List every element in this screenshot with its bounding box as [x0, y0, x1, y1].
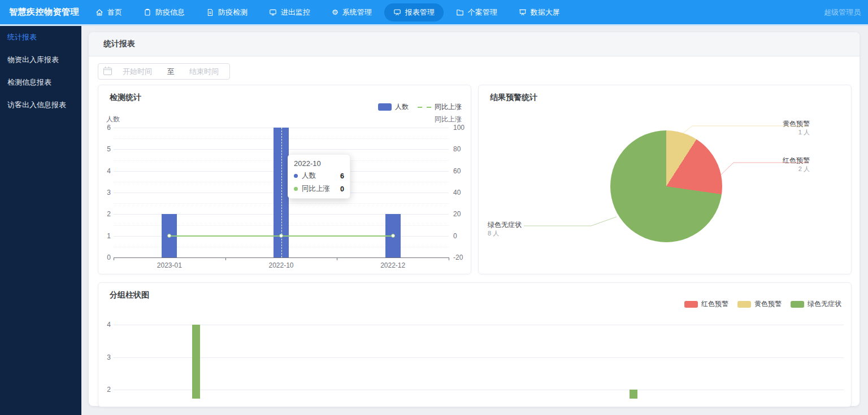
- x-axis-tickmark: [337, 257, 337, 260]
- date-range-picker[interactable]: 开始时间 至 结束时间: [98, 63, 230, 80]
- sidebar-item-检测信息报表[interactable]: 检测信息报表: [0, 71, 81, 94]
- calendar-icon: [103, 68, 112, 75]
- pie-label-name: 红色预警: [783, 156, 810, 165]
- legend-label: 红色预警: [701, 299, 728, 309]
- monitor-icon: [269, 8, 277, 16]
- pie-label-红色预警: 红色预警2 人: [783, 156, 810, 173]
- nav-item-label: 防疫信息: [155, 7, 185, 18]
- pie-chart[interactable]: [610, 130, 722, 242]
- nav-item-label: 数据大屏: [531, 7, 560, 18]
- x-axis-line: [114, 257, 449, 258]
- sidebar-item-统计报表[interactable]: 统计报表: [0, 26, 81, 49]
- nav-item-防疫信息[interactable]: 防疫信息: [134, 3, 194, 21]
- tooltip-series-value: 0: [330, 185, 344, 193]
- nav-item-label: 报表管理: [405, 7, 435, 18]
- main-content-panel: 统计报表 开始时间 至 结束时间 检测统计 人数同比上涨610058046034…: [89, 32, 860, 406]
- grouped-bar-chart-card: 分组柱状图 432红色预警黄色预警绿色无症状: [98, 282, 852, 407]
- top-nav-menu: 首页防疫信息防疫检测进出监控⚙系统管理报表管理个案管理数据大屏: [85, 3, 571, 21]
- legend-label: 绿色无症状: [808, 299, 841, 309]
- legend-label: 黄色预警: [754, 299, 782, 309]
- legend-item-绿色无症状[interactable]: 绿色无症状: [791, 299, 841, 309]
- y-axis-tick-right: 0: [453, 233, 457, 239]
- nav-item-防疫检测[interactable]: 防疫检测: [197, 3, 257, 21]
- pie-label-count: 8 人: [488, 229, 522, 238]
- x-axis-tickmark: [114, 257, 114, 260]
- y-axis-tick-left: 6: [98, 124, 111, 131]
- nav-item-首页[interactable]: 首页: [86, 3, 131, 21]
- nav-item-进出监控[interactable]: 进出监控: [260, 3, 319, 21]
- x-axis-tickmark: [449, 257, 449, 260]
- tooltip-series-value: 6: [330, 172, 344, 180]
- gridline: [114, 390, 844, 390]
- folder-icon: [456, 8, 464, 16]
- nav-item-label: 首页: [107, 7, 122, 18]
- tooltip-series-name: 人数: [302, 171, 316, 181]
- x-axis-label: 2022-10: [268, 261, 293, 269]
- file-icon: [206, 8, 214, 16]
- series-dot: [294, 187, 298, 191]
- pie-label-黄色预警: 黄色预警1 人: [783, 120, 810, 137]
- legend-item-人数[interactable]: 人数: [378, 102, 409, 112]
- y-axis-tick-left: 1: [98, 233, 111, 239]
- pie-label-count: 1 人: [783, 128, 810, 137]
- series-swatch: [737, 301, 751, 308]
- line-marker: [391, 234, 395, 238]
- legend-item-红色预警[interactable]: 红色预警: [684, 299, 728, 309]
- bar-绿色无症状[interactable]: [192, 325, 200, 399]
- pie-label-name: 黄色预警: [783, 120, 810, 128]
- right-axis-name: 同比上涨: [435, 115, 462, 124]
- y-axis-tick-left: 2: [98, 211, 111, 217]
- tooltip-axis-pointer: [281, 128, 282, 257]
- y-axis-tick-right: 80: [453, 146, 461, 152]
- start-date-input[interactable]: 开始时间: [112, 67, 163, 77]
- end-date-input[interactable]: 结束时间: [179, 67, 229, 77]
- screen-icon: [519, 8, 527, 16]
- pie-label-绿色无症状: 绿色无症状8 人: [488, 221, 522, 238]
- top-navigation-bar: 智慧疾控物资管理 首页防疫信息防疫检测进出监控⚙系统管理报表管理个案管理数据大屏…: [0, 0, 868, 24]
- legend-item-同比上涨[interactable]: 同比上涨: [418, 102, 462, 112]
- page-title: 统计报表: [89, 32, 860, 56]
- x-axis-label: 2023-01: [157, 261, 182, 269]
- nav-item-个案管理[interactable]: 个案管理: [447, 3, 506, 21]
- date-range-separator: 至: [163, 67, 179, 77]
- tooltip-row: 人数6: [294, 171, 344, 181]
- bar-绿色无症状[interactable]: [630, 390, 637, 399]
- y-axis-tick: 4: [98, 321, 111, 328]
- legend-label: 同比上涨: [435, 102, 462, 112]
- y-axis-tick-left: 0: [98, 254, 111, 261]
- chart-legend: 红色预警黄色预警绿色无症状: [684, 299, 841, 309]
- nav-item-label: 个案管理: [468, 7, 497, 18]
- current-user-label[interactable]: 超级管理员: [824, 0, 861, 24]
- nav-item-数据大屏[interactable]: 数据大屏: [510, 3, 569, 21]
- home-icon: [96, 8, 103, 16]
- sidebar-item-物资出入库报表[interactable]: 物资出入库报表: [0, 49, 81, 71]
- clipboard-icon: [144, 8, 151, 16]
- series-swatch: [684, 301, 698, 308]
- topbar-divider: [0, 24, 868, 26]
- y-axis-tick: 2: [98, 386, 111, 393]
- line-marker-glyph: [422, 105, 427, 110]
- legend-label: 人数: [395, 102, 409, 112]
- chart-tooltip: 2022-10人数6同比上涨0: [288, 154, 350, 199]
- y-axis-tick: 3: [98, 354, 111, 361]
- nav-item-报表管理[interactable]: 报表管理: [384, 3, 444, 21]
- chart-title: 结果预警统计: [490, 93, 537, 103]
- sidebar-menu: 统计报表物资出入库报表检测信息报表访客出入信息报表: [0, 24, 81, 415]
- gridline: [114, 325, 844, 325]
- x-axis-tickmark: [225, 257, 226, 260]
- sidebar-item-访客出入信息报表[interactable]: 访客出入信息报表: [0, 94, 81, 116]
- nav-item-系统管理[interactable]: ⚙系统管理: [323, 3, 381, 21]
- tooltip-series-name: 同比上涨: [302, 184, 330, 194]
- y-axis-tick-right: 100: [453, 124, 465, 131]
- x-axis-label: 2022-12: [380, 261, 405, 269]
- detection-statistics-chart-card: 检测统计 人数同比上涨6100580460340220100-202023-01…: [98, 85, 471, 274]
- y-axis-tick-right: -20: [453, 254, 463, 261]
- y-axis-tick-right: 20: [453, 211, 461, 217]
- series-dot: [294, 174, 298, 178]
- tooltip-title: 2022-10: [294, 159, 344, 168]
- board-icon: [393, 8, 401, 16]
- legend-item-黄色预警[interactable]: 黄色预警: [737, 299, 782, 309]
- chart-legend: 人数同比上涨: [378, 102, 462, 112]
- chart-title: 分组柱状图: [110, 290, 149, 300]
- gear-icon: ⚙: [332, 8, 338, 16]
